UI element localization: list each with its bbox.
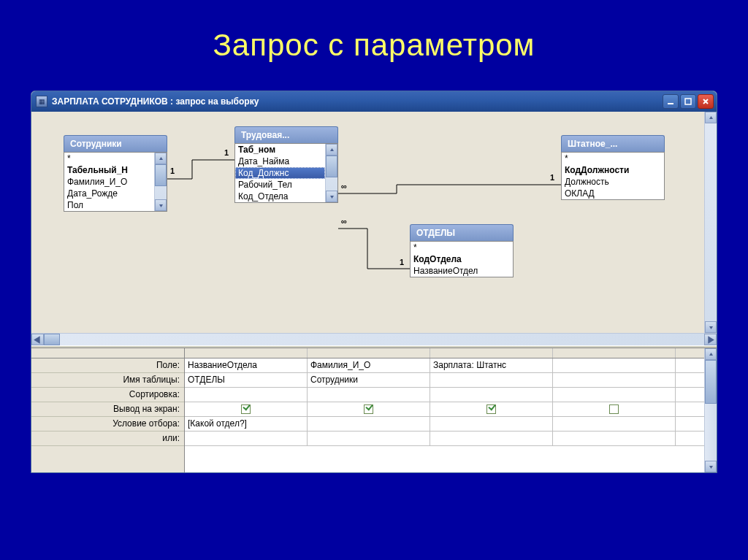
scroll-up-icon[interactable] bbox=[705, 348, 717, 360]
table-header[interactable]: Трудовая... bbox=[234, 126, 338, 143]
grid-cell-table[interactable] bbox=[553, 373, 676, 387]
grid-vertical-scrollbar[interactable] bbox=[704, 348, 717, 472]
grid-cell-or[interactable] bbox=[430, 431, 553, 445]
grid-cell-or[interactable] bbox=[553, 431, 676, 445]
field-item[interactable]: Табельный_Н bbox=[64, 164, 154, 176]
relation-one-label: 1 bbox=[170, 166, 175, 175]
grid-cell-show[interactable] bbox=[430, 402, 553, 416]
maximize-button[interactable] bbox=[680, 94, 696, 109]
grid-cell-sort[interactable] bbox=[185, 388, 308, 402]
column-selector[interactable] bbox=[308, 348, 430, 358]
checkbox-icon[interactable] bbox=[486, 404, 496, 414]
grid-cell-field[interactable]: Фамилия_И_О bbox=[308, 358, 430, 372]
query-designer-window: ▦ ЗАРПЛАТА СОТРУДНИКОВ : запрос на выбор… bbox=[31, 91, 717, 473]
table-header[interactable]: Штатное_... bbox=[561, 135, 665, 152]
checkbox-icon[interactable] bbox=[241, 404, 251, 414]
window-title: ЗАРПЛАТА СОТРУДНИКОВ : запрос на выборку bbox=[52, 96, 663, 107]
relationship-pane: 1 1 ∞ 1 ∞ 1 Сотрудники * Табельный_Н Фам… bbox=[31, 112, 717, 345]
svg-rect-1 bbox=[685, 99, 691, 104]
grid-cell-show[interactable] bbox=[185, 402, 308, 416]
relation-one-label: 1 bbox=[224, 148, 229, 157]
checkbox-icon[interactable] bbox=[364, 404, 373, 414]
grid-cell-criteria[interactable] bbox=[553, 417, 676, 431]
grid-cell-criteria[interactable]: [Какой отдел?] bbox=[185, 417, 308, 431]
grid-cell-or[interactable] bbox=[185, 431, 308, 445]
table-departments[interactable]: ОТДЕЛЫ * КодОтдела НазваниеОтдел bbox=[410, 224, 514, 277]
column-selector[interactable] bbox=[430, 348, 553, 358]
grid-cell-field[interactable] bbox=[553, 358, 676, 372]
relation-many-label: ∞ bbox=[341, 217, 347, 226]
scroll-right-icon[interactable] bbox=[704, 334, 717, 345]
field-item[interactable]: * bbox=[411, 242, 513, 253]
field-item[interactable]: * bbox=[64, 153, 154, 164]
column-selector[interactable] bbox=[185, 348, 308, 358]
scroll-up-icon[interactable] bbox=[705, 112, 717, 123]
column-selector[interactable] bbox=[553, 348, 676, 358]
scroll-down-icon[interactable] bbox=[155, 199, 167, 211]
grid-row-headers: Поле: Имя таблицы: Сортировка: Вывод на … bbox=[31, 348, 185, 472]
field-list-scrollbar[interactable] bbox=[154, 153, 167, 211]
grid-cell-field[interactable]: НазваниеОтдела bbox=[185, 358, 308, 372]
designer-vertical-scrollbar[interactable] bbox=[704, 112, 717, 333]
grid-cell-table[interactable] bbox=[430, 373, 553, 387]
grid-cell-criteria[interactable] bbox=[430, 417, 553, 431]
grid-cell-table[interactable]: Сотрудники bbox=[308, 373, 430, 387]
grid-cell-sort[interactable] bbox=[308, 388, 430, 402]
field-item[interactable]: Пол bbox=[64, 199, 154, 211]
row-label-table: Имя таблицы: bbox=[31, 373, 184, 388]
grid-cell-field[interactable]: Зарплата: Штатнс bbox=[430, 358, 553, 372]
field-item[interactable]: КодОтдела bbox=[411, 253, 513, 265]
designer-horizontal-scrollbar[interactable] bbox=[31, 333, 717, 345]
relation-one-label: 1 bbox=[400, 258, 404, 266]
table-staff[interactable]: Штатное_... * КодДолжности Должность ОКЛ… bbox=[561, 135, 665, 200]
field-item-selected[interactable]: Код_Должнс bbox=[235, 167, 325, 179]
minimize-button[interactable] bbox=[663, 94, 679, 109]
field-item[interactable]: Дата_Найма bbox=[235, 156, 325, 167]
scroll-left-icon[interactable] bbox=[31, 334, 44, 345]
scroll-up-icon[interactable] bbox=[155, 153, 167, 164]
row-label-or: или: bbox=[31, 431, 184, 446]
table-header[interactable]: Сотрудники bbox=[64, 135, 167, 152]
row-label-field: Поле: bbox=[31, 358, 184, 373]
scroll-down-icon[interactable] bbox=[705, 321, 717, 333]
scroll-down-icon[interactable] bbox=[705, 461, 717, 472]
field-item[interactable]: Дата_Рожде bbox=[64, 188, 154, 199]
grid-cell-show[interactable] bbox=[308, 402, 430, 416]
field-list-scrollbar[interactable] bbox=[325, 144, 337, 202]
query-grid: Поле: Имя таблицы: Сортировка: Вывод на … bbox=[31, 348, 717, 472]
query-icon: ▦ bbox=[36, 96, 47, 107]
grid-cell-table[interactable]: ОТДЕЛЫ bbox=[185, 373, 308, 387]
grid-cell-sort[interactable] bbox=[553, 388, 676, 402]
table-employees[interactable]: Сотрудники * Табельный_Н Фамилия_И_О Дат… bbox=[64, 135, 167, 212]
relation-many-label: ∞ bbox=[341, 182, 347, 191]
grid-cell-or[interactable] bbox=[308, 431, 430, 445]
table-labor[interactable]: Трудовая... Таб_ном Дата_Найма Код_Должн… bbox=[234, 126, 338, 203]
checkbox-icon[interactable] bbox=[609, 404, 619, 414]
svg-rect-0 bbox=[668, 103, 673, 104]
row-label-sort: Сортировка: bbox=[31, 388, 184, 402]
relation-one-label: 1 bbox=[550, 173, 554, 182]
table-header[interactable]: ОТДЕЛЫ bbox=[410, 224, 514, 241]
grid-cell-sort[interactable] bbox=[430, 388, 553, 402]
close-button[interactable] bbox=[698, 94, 714, 109]
window-titlebar[interactable]: ▦ ЗАРПЛАТА СОТРУДНИКОВ : запрос на выбор… bbox=[31, 91, 717, 112]
field-item[interactable]: Таб_ном bbox=[235, 144, 325, 156]
scroll-up-icon[interactable] bbox=[326, 144, 337, 156]
field-item[interactable]: Должность bbox=[562, 176, 664, 188]
grid-cell-criteria[interactable] bbox=[308, 417, 430, 431]
row-label-criteria: Условие отбора: bbox=[31, 417, 184, 431]
grid-body[interactable]: НазваниеОтдела Фамилия_И_О Зарплата: Шта… bbox=[185, 348, 704, 472]
scroll-down-icon[interactable] bbox=[326, 191, 337, 202]
field-item[interactable]: * bbox=[562, 153, 664, 164]
slide-title: Запрос с параметром bbox=[0, 0, 748, 91]
field-item[interactable]: КодДолжности bbox=[562, 164, 664, 176]
field-item[interactable]: Рабочий_Тел bbox=[235, 179, 325, 191]
field-item[interactable]: ОКЛАД bbox=[562, 188, 664, 199]
field-item[interactable]: Фамилия_И_О bbox=[64, 176, 154, 188]
field-item[interactable]: Код_Отдела bbox=[235, 191, 325, 202]
field-item[interactable]: НазваниеОтдел bbox=[411, 265, 513, 277]
row-label-show: Вывод на экран: bbox=[31, 402, 184, 417]
grid-cell-show[interactable] bbox=[553, 402, 676, 416]
